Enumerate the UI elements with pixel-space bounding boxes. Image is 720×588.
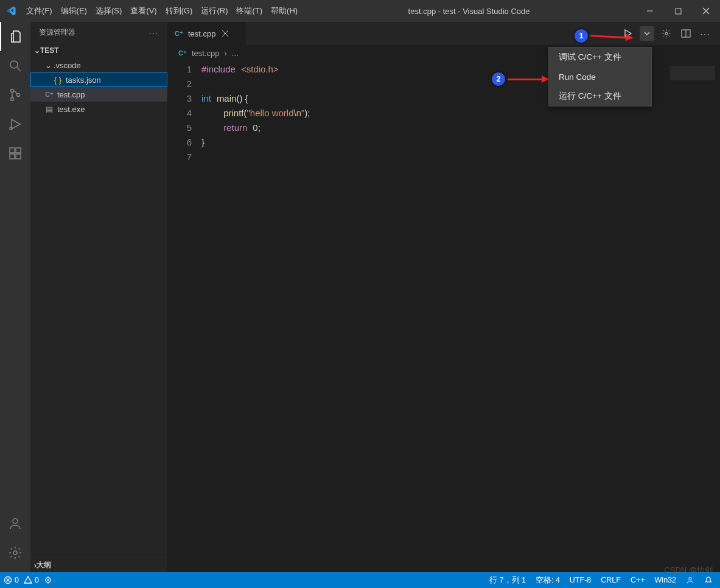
maximize-button[interactable] [664,0,692,22]
outline-header[interactable]: 大纲 [37,560,51,570]
status-warnings[interactable]: 0 [24,576,39,584]
run-dropdown-menu: 调试 C/C++ 文件 Run Code 运行 C/C++ 文件 [548,47,652,107]
sidebar-more-icon[interactable]: ··· [149,29,159,37]
more-actions-icon[interactable]: ··· [698,26,713,41]
watermark: CSDN @悟剑 [664,565,713,576]
close-button[interactable] [692,0,720,22]
chevron-down-icon: ⌄ [44,61,52,70]
svg-point-15 [13,551,17,555]
svg-point-4 [10,61,18,68]
svg-point-6 [11,89,14,93]
file-tree: ⌄ .vscode { } tasks.json C⁺ test.cpp ▤ t… [30,58,167,558]
menu-item-run-code[interactable]: Run Code [549,67,651,86]
status-errors[interactable]: 0 [4,576,19,584]
menu-go[interactable]: 转到(G) [161,0,197,22]
activity-bar [0,22,30,572]
exe-icon: ▤ [44,105,55,114]
explorer-sidebar: 资源管理器 ··· ⌄ TEST ⌄ .vscode { } tasks.jso… [30,22,167,572]
close-icon[interactable] [220,29,230,38]
activity-search[interactable] [0,51,30,80]
file-label: test.cpp [57,90,85,99]
run-dropdown-button[interactable] [640,26,654,41]
menu-edit[interactable]: 编辑(E) [57,0,91,22]
settings-gear-icon[interactable] [659,26,674,41]
menu-help[interactable]: 帮助(H) [267,0,302,22]
status-bar: 0 0 行 7，列 1 空格: 4 UTF-8 CRLF C++ Win32 [0,572,720,588]
file-label: tasks.json [66,75,101,85]
error-count: 0 [15,576,19,584]
titlebar: 文件(F) 编辑(E) 选择(S) 查看(V) 转到(G) 运行(R) 终端(T… [0,0,720,22]
app-menu[interactable]: 文件(F) 编辑(E) 选择(S) 查看(V) 转到(G) 运行(R) 终端(T… [22,0,302,22]
split-editor-icon[interactable] [679,26,693,41]
menu-terminal[interactable]: 终端(T) [232,0,267,22]
json-icon: { } [52,75,63,85]
svg-rect-1 [676,9,681,14]
tree-file-test-exe[interactable]: ▤ test.exe [30,102,167,116]
minimap-viewport[interactable] [670,66,715,80]
menu-selection[interactable]: 选择(S) [91,0,126,22]
annotation-arrow-2 [508,79,548,80]
activity-settings[interactable] [0,538,30,567]
file-label: test.exe [57,105,85,114]
window-title: test.cpp - test - Visual Studio Code [302,7,636,16]
svg-point-28 [689,577,692,580]
status-line-col[interactable]: 行 7，列 1 [489,575,526,586]
activity-source-control[interactable] [0,80,30,110]
svg-line-5 [17,68,21,71]
menu-item-run-cpp[interactable]: 运行 C/C++ 文件 [549,86,651,106]
vscode-logo-icon [0,5,22,16]
sidebar-title: 资源管理器 [39,27,75,38]
line-gutter: 1 2 3 4 5 6 7 [167,61,201,572]
status-feedback-icon[interactable] [686,576,694,584]
svg-rect-10 [10,148,15,153]
svg-point-18 [665,32,668,35]
breadcrumb-file[interactable]: test.cpp [192,49,220,58]
sidebar-folder-header[interactable]: ⌄ TEST [30,43,167,58]
minimap[interactable] [662,61,720,572]
annotation-badge-2: 2 [492,72,505,86]
chevron-down-icon: ⌄ [34,46,40,55]
svg-point-9 [10,127,12,130]
window-controls [636,0,720,22]
svg-point-14 [13,519,18,523]
cpp-icon: C⁺ [178,49,187,57]
status-ports[interactable] [44,576,52,584]
tree-file-tasks-json[interactable]: { } tasks.json [30,72,167,87]
cpp-icon: C⁺ [44,91,55,99]
folder-label: .vscode [54,61,81,70]
status-language[interactable]: C++ [631,576,645,584]
status-encoding[interactable]: UTF-8 [570,576,591,584]
activity-run-debug[interactable] [0,110,30,139]
status-indent[interactable]: 空格: 4 [536,575,560,586]
menu-item-debug-cpp[interactable]: 调试 C/C++ 文件 [549,47,651,67]
status-platform[interactable]: Win32 [655,576,676,584]
activity-explorer[interactable] [0,22,30,51]
annotation-callout-2: 2 [492,72,505,86]
svg-point-7 [11,98,14,101]
menu-file[interactable]: 文件(F) [22,0,57,22]
svg-rect-11 [10,154,15,159]
annotation-callout-1: 1 [575,29,588,43]
warning-count: 0 [35,576,39,584]
tab-label: test.cpp [188,29,216,38]
minimize-button[interactable] [636,0,664,22]
svg-point-25 [47,579,49,581]
cpp-icon: C⁺ [175,30,183,38]
code-editor[interactable]: #include <stdio.h> int main() { printf("… [201,61,662,572]
chevron-right-icon: › [224,49,226,58]
activity-extensions[interactable] [0,139,30,168]
tab-test-cpp[interactable]: C⁺ test.cpp [167,22,246,45]
status-bell-icon[interactable] [704,576,713,584]
svg-rect-13 [16,148,21,153]
tree-folder-vscode[interactable]: ⌄ .vscode [30,58,167,72]
breadcrumb-tail: ... [232,49,239,58]
folder-root-label: TEST [40,46,59,55]
menu-run[interactable]: 运行(R) [197,0,232,22]
status-eol[interactable]: CRLF [601,576,621,584]
activity-accounts[interactable] [0,509,30,538]
tree-file-test-cpp[interactable]: C⁺ test.cpp [30,87,167,102]
editor-tabs: C⁺ test.cpp ··· [167,22,720,45]
svg-rect-12 [16,154,21,159]
menu-view[interactable]: 查看(V) [126,0,161,22]
annotation-badge-1: 1 [575,29,588,43]
